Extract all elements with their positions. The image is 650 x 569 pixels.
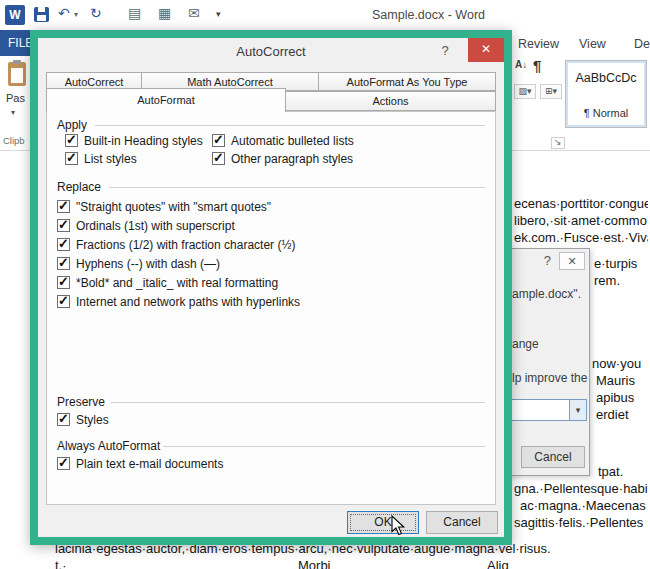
group-label-replace: Replace — [57, 180, 101, 194]
checkbox-list-styles[interactable]: List styles — [65, 152, 137, 166]
document-text-fragment: e·turpis — [594, 256, 637, 271]
checkbox-checked-icon — [57, 295, 70, 308]
document-text-fragment: apibus — [596, 390, 634, 405]
save-icon[interactable] — [34, 7, 49, 22]
checkbox-checked-icon — [57, 457, 70, 470]
undo-icon[interactable]: ↶ — [58, 6, 70, 20]
document-text-fragment: gna.·Pellentesque·habit — [514, 481, 648, 496]
help-icon[interactable]: ? — [430, 41, 460, 61]
checkbox-hyphens-dash[interactable]: Hyphens (--) with dash (—) — [57, 257, 220, 271]
close-icon[interactable]: ✕ — [559, 252, 585, 270]
close-icon[interactable]: ✕ — [468, 38, 504, 62]
checkbox-built-in-heading-styles[interactable]: Built-in Heading styles — [65, 134, 203, 148]
document-text-fragment: erdiet — [596, 407, 629, 422]
chevron-down-icon[interactable]: ▾ — [569, 400, 586, 420]
checkbox-checked-icon — [212, 152, 225, 165]
checkbox-fractions[interactable]: Fractions (1/2) with fraction character … — [57, 238, 295, 252]
document-text-fragment: libero,·sit·amet·commo — [514, 213, 648, 228]
background-dropdown[interactable]: ▾ — [511, 399, 587, 421]
checkbox-automatic-bulleted-lists[interactable]: Automatic bulleted lists — [212, 134, 354, 148]
background-dialog-text: lp improve the — [512, 371, 588, 385]
title-bar: W ↶ ▾ ↻ ▤ ▦ ✉ ▾ Sample.docx - Word — [0, 0, 650, 30]
qat-customize-icon[interactable]: ▾ — [216, 9, 221, 19]
checkbox-ordinals-superscript[interactable]: Ordinals (1st) with superscript — [57, 219, 235, 233]
checkbox-straight-quotes[interactable]: "Straight quotes" with "smart quotes" — [57, 200, 271, 214]
tab-developer[interactable]: De — [634, 37, 650, 51]
group-label-apply: Apply — [57, 118, 87, 132]
checkbox-checked-icon — [57, 200, 70, 213]
group-divider — [95, 125, 485, 126]
document-text-fragment: t.· — [55, 558, 67, 569]
paste-button-label[interactable]: Pas — [6, 92, 25, 104]
paste-dropdown-icon[interactable]: ▾ — [11, 108, 15, 117]
shading-icon[interactable]: ▨▾ — [514, 84, 536, 99]
undo-dropdown-icon[interactable]: ▾ — [74, 10, 78, 19]
autocorrect-dialog: AutoCorrect ? ✕ AutoCorrect Math AutoCor… — [38, 38, 504, 537]
group-label-always-autoformat: Always AutoFormat — [57, 439, 160, 453]
tab-autoformat[interactable]: AutoFormat — [46, 88, 286, 112]
background-cancel-button[interactable]: Cancel — [521, 446, 585, 468]
group-label-preserve: Preserve — [57, 395, 105, 409]
document-text-fragment: Morbi — [298, 558, 331, 569]
show-formatting-marks-icon[interactable]: ¶ — [533, 57, 541, 74]
redo-icon[interactable]: ↻ — [90, 6, 102, 20]
group-divider — [109, 187, 485, 188]
paste-icon[interactable] — [8, 62, 26, 86]
checkbox-bold-italic-formatting[interactable]: *Bold* and _italic_ with real formatting — [57, 276, 278, 290]
clipboard-group-label: Clipb — [3, 135, 25, 146]
document-text-fragment: Mauris — [596, 373, 635, 388]
style-preview-text: AaBbCcDc — [566, 71, 646, 85]
tab-review[interactable]: Review — [518, 37, 559, 51]
mouse-cursor — [391, 515, 406, 537]
document-text-fragment: ecenas·porttitor·congue — [514, 196, 648, 211]
background-dialog: ? ✕ ample.docx". ange lp improve the ▾ C… — [505, 248, 590, 476]
document-text-fragment: rem. — [594, 273, 620, 288]
document-icon[interactable]: ▤ — [128, 6, 141, 20]
style-name-label: ¶ Normal — [566, 107, 646, 119]
document-text-fragment: Aliq — [487, 558, 509, 569]
tab-autoformat-as-you-type[interactable]: AutoFormat As You Type — [319, 72, 496, 91]
document-text-fragment: tpat. — [598, 464, 623, 479]
background-dialog-text: ample.docx". — [512, 287, 588, 301]
background-dialog-text: ange — [512, 337, 539, 351]
ok-button[interactable]: OK — [347, 511, 419, 534]
checkbox-other-paragraph-styles[interactable]: Other paragraph styles — [212, 152, 353, 166]
highlight-frame: AutoCorrect ? ✕ AutoCorrect Math AutoCor… — [30, 30, 512, 545]
checkbox-internet-paths-hyperlinks[interactable]: Internet and network paths with hyperlin… — [57, 295, 300, 309]
checkbox-checked-icon — [57, 276, 70, 289]
word-window: W ↶ ▾ ↻ ▤ ▦ ✉ ▾ Sample.docx - Word FILE … — [0, 0, 650, 569]
window-title: Sample.docx - Word — [372, 8, 485, 22]
tab-file[interactable]: FILE — [0, 30, 30, 56]
tab-strip-front-row: AutoFormat Actions — [46, 91, 496, 111]
checkbox-checked-icon — [57, 257, 70, 270]
checkbox-checked-icon — [57, 413, 70, 426]
group-divider — [111, 402, 485, 403]
autoformat-tab-page: Apply Built-in Heading styles Automatic … — [46, 111, 496, 505]
table-icon[interactable]: ▦ — [158, 6, 171, 20]
cancel-button[interactable]: Cancel — [426, 511, 498, 534]
tab-actions[interactable]: Actions — [286, 91, 496, 111]
document-text-fragment: ek.com.·Fusce·est.·Viva — [514, 230, 648, 245]
word-logo-icon[interactable]: W — [5, 5, 25, 25]
checkbox-checked-icon — [57, 219, 70, 232]
borders-icon[interactable]: ⊞▾ — [540, 84, 562, 99]
document-text-fragment: now·you — [592, 356, 641, 371]
checkbox-checked-icon — [65, 134, 78, 147]
document-text-fragment: sagittis·felis.·Pellentes — [514, 515, 648, 530]
document-text-fragment: ac·magna.·Maecenas — [520, 498, 648, 513]
mail-icon[interactable]: ✉ — [188, 6, 200, 20]
checkbox-styles[interactable]: Styles — [57, 413, 109, 427]
checkbox-checked-icon — [57, 238, 70, 251]
style-gallery-item-normal[interactable]: AaBbCcDc ¶ Normal — [565, 60, 647, 128]
help-icon[interactable]: ? — [544, 253, 551, 268]
sort-icon[interactable]: A↓ — [515, 60, 527, 70]
checkbox-checked-icon — [212, 134, 225, 147]
checkbox-checked-icon — [65, 152, 78, 165]
checkbox-plain-text-email[interactable]: Plain text e-mail documents — [57, 457, 223, 471]
tab-view[interactable]: View — [579, 37, 606, 51]
dialog-launcher-icon[interactable]: ↘ — [551, 137, 565, 149]
group-divider — [163, 446, 485, 447]
